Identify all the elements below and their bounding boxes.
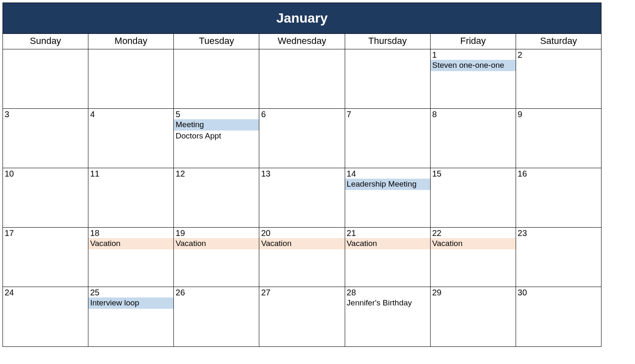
day-number: 18 [88,228,173,238]
calendar-event[interactable]: Jennifer's Birthday [345,297,430,309]
day-cell[interactable] [174,49,259,109]
day-number: 15 [431,168,516,179]
day-number: 26 [174,287,259,297]
weekday-header: Wednesday [259,34,345,49]
day-number: 14 [345,168,430,179]
weekday-header-row: Sunday Monday Tuesday Wednesday Thursday… [3,34,601,49]
day-cell[interactable]: 11 [88,168,174,228]
week-row: 345MeetingDoctors Appt6789 [3,109,601,168]
day-number: 27 [259,287,344,297]
day-cell[interactable]: 12 [174,168,259,228]
calendar-event[interactable]: Vacation [174,238,259,249]
calendar-event[interactable]: Vacation [431,238,516,249]
day-number: 23 [516,228,601,238]
weekday-header: Tuesday [174,34,259,49]
day-cell[interactable] [88,49,174,109]
day-cell[interactable]: 13 [259,168,345,228]
day-cell[interactable]: 21Vacation [345,228,431,287]
week-row: 1718Vacation19Vacation20Vacation21Vacati… [3,228,601,287]
day-cell[interactable]: 3 [3,109,88,168]
day-cell[interactable]: 1Steven one-one-one [431,49,516,109]
day-cell[interactable]: 8 [431,109,516,168]
day-number: 29 [431,287,516,297]
week-row: 1011121314Leadership Meeting1516 [3,168,601,228]
day-number: 28 [345,287,430,297]
day-number: 13 [259,168,344,179]
day-number: 8 [431,109,516,119]
month-title: January [3,3,601,34]
calendar-event[interactable]: Steven one-one-one [431,60,516,71]
day-cell[interactable]: 20Vacation [259,228,345,287]
day-cell[interactable]: 30 [516,287,601,346]
day-number: 2 [516,49,601,60]
weekday-header: Saturday [516,34,601,49]
day-cell[interactable]: 17 [3,228,88,287]
calendar-event[interactable]: Vacation [259,238,344,249]
day-cell[interactable]: 23 [516,228,601,287]
calendar-event[interactable]: Interview loop [88,297,173,309]
day-number: 25 [88,287,173,297]
day-cell[interactable]: 7 [345,109,431,168]
day-number: 16 [516,168,601,179]
day-cell[interactable]: 26 [174,287,259,346]
day-number: 4 [88,109,173,119]
calendar-event[interactable]: Vacation [345,238,430,249]
weekday-header: Friday [431,34,516,49]
day-cell[interactable]: 25Interview loop [88,287,174,346]
calendar-event[interactable]: Doctors Appt [174,131,259,142]
day-cell[interactable] [259,49,345,109]
day-cell[interactable] [345,49,431,109]
day-cell[interactable]: 28Jennifer's Birthday [345,287,431,346]
day-cell[interactable]: 24 [3,287,88,346]
day-number: 24 [3,287,88,297]
day-number: 10 [3,168,88,179]
day-cell[interactable]: 27 [259,287,345,346]
week-row: 2425Interview loop262728Jennifer's Birth… [3,287,601,346]
day-number: 7 [345,109,430,119]
day-number: 11 [88,168,173,179]
calendar-event[interactable]: Vacation [88,238,173,249]
day-cell[interactable]: 6 [259,109,345,168]
calendar-event[interactable]: Leadership Meeting [345,179,430,190]
day-cell[interactable]: 15 [431,168,516,228]
day-cell[interactable]: 14Leadership Meeting [345,168,431,228]
day-number: 17 [3,228,88,238]
calendar: January Sunday Monday Tuesday Wednesday … [3,3,601,347]
day-number: 21 [345,228,430,238]
day-number: 20 [259,228,344,238]
day-cell[interactable]: 9 [516,109,601,168]
week-row: 1Steven one-one-one2 [3,49,601,109]
day-cell[interactable]: 4 [88,109,174,168]
day-cell[interactable]: 2 [516,49,601,109]
day-number: 6 [259,109,344,119]
calendar-event[interactable]: Meeting [174,119,259,131]
day-cell[interactable] [3,49,88,109]
day-cell[interactable]: 10 [3,168,88,228]
day-cell[interactable]: 22Vacation [431,228,516,287]
day-number: 3 [3,109,88,119]
day-cell[interactable]: 19Vacation [174,228,259,287]
day-cell[interactable]: 18Vacation [88,228,174,287]
day-cell[interactable]: 5MeetingDoctors Appt [174,109,259,168]
day-cell[interactable]: 29 [431,287,516,346]
weekday-header: Sunday [3,34,88,49]
calendar-body: 1Steven one-one-one2345MeetingDoctors Ap… [3,49,601,346]
day-number: 9 [516,109,601,119]
day-number: 22 [431,228,516,238]
weekday-header: Thursday [345,34,431,49]
day-number: 5 [174,109,259,119]
day-number: 12 [174,168,259,179]
day-cell[interactable]: 16 [516,168,601,228]
day-number: 30 [516,287,601,297]
day-number: 19 [174,228,259,238]
day-number: 1 [431,49,516,60]
weekday-header: Monday [88,34,174,49]
